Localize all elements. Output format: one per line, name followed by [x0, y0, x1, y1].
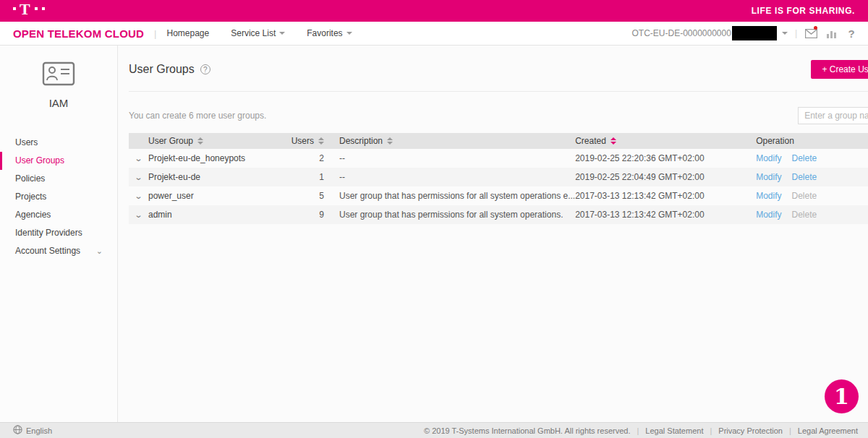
caret-down-icon — [782, 32, 788, 35]
header-nav: Homepage Service List Favorites — [167, 28, 352, 38]
col-header-users: Users — [292, 136, 314, 146]
brand-slogan: LIFE IS FOR SHARING. — [752, 6, 855, 16]
nav-favorites[interactable]: Favorites — [307, 28, 352, 38]
group-search-input[interactable] — [799, 108, 868, 124]
modify-link[interactable]: Modify — [756, 210, 781, 220]
sidebar-item-projects[interactable]: Projects — [0, 188, 117, 206]
copyright-text: © 2019 T-Systems International GmbH. All… — [424, 426, 630, 435]
group-user-count: 2 — [293, 153, 324, 163]
modify-link[interactable]: Modify — [756, 172, 781, 182]
col-header-created: Created — [575, 136, 606, 146]
page-footer: English © 2019 T-Systems International G… — [0, 422, 868, 438]
redacted-account-name — [732, 26, 777, 40]
table-row: ⌄ Projekt-eu-de 1 -- 2019-02-25 22:04:49… — [129, 168, 868, 186]
sidebar-item-user-groups[interactable]: User Groups — [0, 152, 117, 170]
resources-chart-icon[interactable] — [825, 27, 838, 39]
logo-dot — [42, 7, 45, 10]
group-name: admin — [148, 210, 293, 220]
service-name: IAM — [0, 97, 117, 109]
table-row: ⌄ Projekt-eu-de_honeypots 2 -- 2019-02-2… — [129, 149, 868, 168]
group-description: User group that has permissions for all … — [333, 210, 575, 220]
logo-t-letter: T — [20, 4, 30, 15]
sort-users[interactable] — [318, 137, 324, 145]
table-header-row: User Group Users Description Created Ope… — [129, 133, 868, 149]
sort-description[interactable] — [387, 137, 393, 145]
group-created: 2017-03-13 12:13:42 GMT+02:00 — [575, 210, 756, 220]
expand-row-icon[interactable]: ⌄ — [135, 154, 143, 163]
help-icon[interactable]: ? — [845, 27, 858, 39]
expand-row-icon[interactable]: ⌄ — [135, 173, 143, 182]
group-user-count: 9 — [293, 210, 324, 220]
col-header-user-group: User Group — [148, 136, 193, 146]
group-user-count: 5 — [293, 191, 324, 201]
notification-dot — [814, 26, 817, 30]
expand-row-icon[interactable]: ⌄ — [135, 192, 143, 201]
group-created: 2019-02-25 22:20:36 GMT+02:00 — [575, 153, 756, 163]
sidebar-item-users[interactable]: Users — [0, 134, 117, 152]
app-header: OPEN TELEKOM CLOUD | Homepage Service Li… — [0, 22, 868, 46]
page-help-icon[interactable]: ? — [200, 64, 210, 74]
privacy-protection-link[interactable]: Privacy Protection — [718, 426, 783, 435]
header-divider: | — [795, 28, 797, 38]
telekom-logo[interactable]: T — [13, 4, 45, 18]
otc-brand-title[interactable]: OPEN TELEKOM CLOUD — [13, 27, 144, 40]
sort-user-group[interactable] — [197, 137, 203, 145]
title-divider — [129, 91, 868, 92]
nav-homepage[interactable]: Homepage — [167, 28, 210, 38]
table-row: ⌄ admin 9 User group that has permission… — [129, 205, 868, 224]
logo-dot — [13, 7, 16, 10]
nav-service-list[interactable]: Service List — [231, 28, 285, 38]
delete-link[interactable]: Delete — [792, 153, 817, 163]
group-description: -- — [333, 172, 575, 182]
expand-row-icon[interactable]: ⌄ — [135, 210, 143, 220]
caret-down-icon — [346, 32, 352, 35]
language-label: English — [26, 426, 52, 435]
table-row: ⌄ power_user 5 User group that has permi… — [129, 186, 868, 205]
legal-agreement-link[interactable]: Legal Agreement — [798, 426, 858, 435]
user-groups-table: User Group Users Description Created Ope… — [129, 133, 868, 224]
modify-link[interactable]: Modify — [756, 153, 781, 163]
group-search — [798, 107, 868, 124]
iam-service-icon — [42, 61, 75, 88]
caret-down-icon — [279, 32, 285, 35]
group-name: Projekt-eu-de — [148, 172, 293, 182]
legal-statement-link[interactable]: Legal Statement — [645, 426, 703, 435]
account-id: OTC-EU-DE-0000000000 — [631, 28, 731, 38]
account-selector[interactable]: OTC-EU-DE-0000000000 — [631, 26, 787, 40]
page-title: User Groups — [129, 63, 195, 76]
header-separator: | — [154, 28, 156, 39]
group-name: power_user — [148, 191, 293, 201]
annotation-step-badge: 1 — [825, 379, 859, 413]
sidebar-item-policies[interactable]: Policies — [0, 170, 117, 188]
sidebar-item-identity-providers[interactable]: Identity Providers — [0, 224, 117, 242]
group-description: User group that has permissions for all … — [333, 191, 575, 201]
group-user-count: 1 — [293, 172, 324, 182]
col-header-operation: Operation — [756, 136, 794, 146]
top-brand-bar: T LIFE IS FOR SHARING. — [0, 0, 868, 22]
group-name: Projekt-eu-de_honeypots — [148, 153, 293, 163]
modify-link[interactable]: Modify — [756, 191, 781, 201]
delete-link[interactable]: Delete — [792, 172, 817, 182]
user-groups-page: User Groups ? + Create User Group You ca… — [118, 46, 868, 422]
quota-hint: You can create 6 more user groups. — [129, 111, 266, 121]
group-created: 2019-02-25 22:04:49 GMT+02:00 — [575, 172, 756, 182]
chevron-down-icon: ⌄ — [96, 242, 103, 260]
language-selector[interactable]: English — [13, 425, 52, 436]
delete-link-disabled: Delete — [792, 210, 817, 220]
col-header-description: Description — [339, 136, 383, 146]
iam-sidebar: IAM Users User Groups Policies Projects … — [0, 46, 118, 422]
logo-dot — [35, 7, 38, 10]
sort-created[interactable] — [610, 137, 616, 145]
globe-icon — [13, 425, 22, 436]
create-user-group-button[interactable]: + Create User Group — [811, 60, 868, 79]
delete-link-disabled: Delete — [792, 191, 817, 201]
sidebar-item-account-settings[interactable]: Account Settings ⌄ — [0, 242, 117, 260]
group-description: -- — [333, 153, 575, 163]
sidebar-item-agencies[interactable]: Agencies — [0, 206, 117, 224]
messages-icon[interactable] — [804, 27, 817, 39]
group-created: 2017-03-13 12:13:42 GMT+02:00 — [575, 191, 756, 201]
